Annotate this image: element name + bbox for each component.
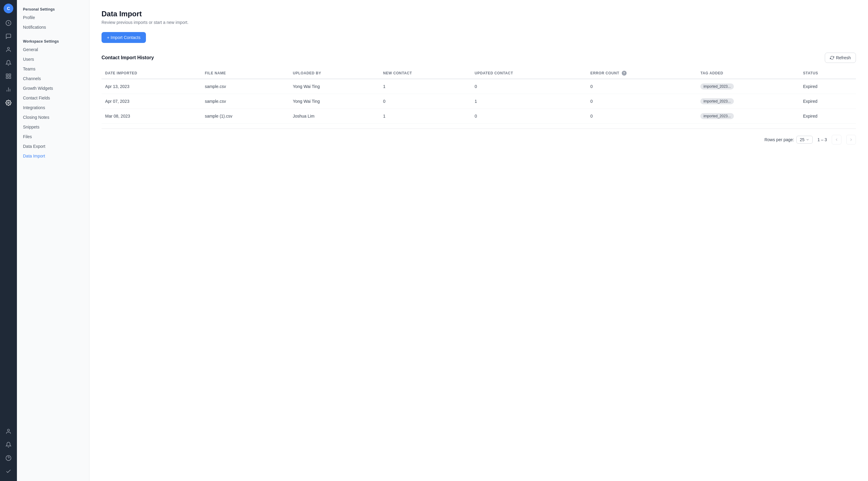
page-range: 1 – 3 (817, 137, 827, 142)
rail-bottom (2, 425, 14, 477)
cell-status: Expired (799, 109, 856, 124)
col-uploaded-by: UPLOADED BY (289, 68, 379, 79)
cell-error-count: 0 (587, 94, 697, 109)
nav-help-icon[interactable] (2, 452, 14, 464)
sidebar-item-profile[interactable]: Profile (17, 13, 89, 22)
cell-date: Apr 13, 2023 (101, 79, 201, 94)
cell-error-count: 0 (587, 79, 697, 94)
import-button-label: + Import Contacts (107, 35, 141, 40)
cell-updated-contact: 0 (471, 79, 587, 94)
sidebar-item-teams[interactable]: Teams (17, 64, 89, 74)
sidebar-item-channels[interactable]: Channels (17, 74, 89, 84)
chevron-left-icon (834, 138, 839, 142)
cell-filename: sample.csv (201, 79, 289, 94)
svg-rect-4 (9, 77, 11, 79)
page-subtitle: Review previous imports or start a new i… (101, 20, 856, 25)
section-header: Contact Import History Refresh (101, 53, 856, 63)
sidebar-item-channels-label: Channels (23, 76, 41, 81)
nav-check-icon[interactable] (2, 465, 14, 477)
sidebar-item-contact-fields[interactable]: Contact Fields (17, 93, 89, 103)
cell-new-contact: 0 (379, 94, 471, 109)
nav-home-icon[interactable] (2, 17, 14, 29)
chevron-down-icon (806, 138, 809, 142)
table-header-row: DATE IMPORTED FILE NAME UPLOADED BY NEW … (101, 68, 856, 79)
sidebar-item-general-label: General (23, 47, 38, 52)
nav-user-icon[interactable] (2, 425, 14, 438)
cell-uploaded-by: Yong Wai Ting (289, 94, 379, 109)
section-title: Contact Import History (101, 55, 154, 60)
workspace-settings-label: Workspace Settings (17, 37, 89, 45)
chevron-right-icon (849, 138, 853, 142)
sidebar-item-data-import-label: Data Import (23, 154, 45, 158)
sidebar: Personal Settings Profile Notifications … (17, 0, 89, 481)
col-filename: FILE NAME (201, 68, 289, 79)
sidebar-item-integrations[interactable]: Integrations (17, 103, 89, 113)
sidebar-item-data-export[interactable]: Data Export (17, 142, 89, 151)
prev-page-button[interactable] (832, 135, 841, 145)
sidebar-item-integrations-label: Integrations (23, 105, 45, 110)
sidebar-item-general[interactable]: General (17, 45, 89, 54)
nav-settings-icon[interactable] (2, 97, 14, 109)
personal-settings-label: Personal Settings (17, 5, 89, 13)
sidebar-item-teams-label: Teams (23, 66, 35, 71)
app-avatar[interactable]: C (4, 4, 13, 13)
cell-status: Expired (799, 79, 856, 94)
col-tag-added: TAG ADDED (697, 68, 799, 79)
nav-bell-icon[interactable] (2, 439, 14, 451)
table-body: Apr 13, 2023 sample.csv Yong Wai Ting 1 … (101, 79, 856, 124)
nav-chat-icon[interactable] (2, 30, 14, 42)
sidebar-item-notifications[interactable]: Notifications (17, 22, 89, 32)
rows-per-page-value: 25 (800, 137, 805, 142)
tag-badge: imported_2023... (700, 98, 734, 104)
sidebar-item-users-label: Users (23, 57, 34, 62)
sidebar-item-snippets[interactable]: Snippets (17, 122, 89, 132)
tag-badge: imported_2023... (700, 84, 734, 89)
cell-tag-added: imported_2023... (697, 94, 799, 109)
nav-notifications-icon[interactable] (2, 57, 14, 69)
nav-reports-icon[interactable] (2, 84, 14, 95)
cell-uploaded-by: Yong Wai Ting (289, 79, 379, 94)
cell-filename: sample.csv (201, 94, 289, 109)
nav-integrations-icon[interactable] (2, 70, 14, 82)
sidebar-item-data-import[interactable]: Data Import (17, 151, 89, 161)
sidebar-item-profile-label: Profile (23, 15, 35, 20)
rows-per-page: Rows per page: 25 (764, 136, 813, 144)
sidebar-item-users[interactable]: Users (17, 54, 89, 64)
cell-updated-contact: 0 (471, 109, 587, 124)
import-contacts-button[interactable]: + Import Contacts (101, 32, 146, 43)
cell-updated-contact: 1 (471, 94, 587, 109)
sidebar-item-snippets-label: Snippets (23, 125, 39, 129)
status-badge: Expired (803, 114, 817, 119)
nav-contacts-icon[interactable] (2, 43, 14, 56)
table-row: Apr 07, 2023 sample.csv Yong Wai Ting 0 … (101, 94, 856, 109)
sidebar-item-growth-widgets-label: Growth Widgets (23, 86, 53, 91)
import-history-table: DATE IMPORTED FILE NAME UPLOADED BY NEW … (101, 68, 856, 124)
sidebar-item-closing-notes[interactable]: Closing Notes (17, 113, 89, 122)
svg-rect-3 (9, 74, 11, 76)
cell-tag-added: imported_2023... (697, 109, 799, 124)
cell-date: Mar 08, 2023 (101, 109, 201, 124)
pagination: Rows per page: 25 1 – 3 (101, 128, 856, 151)
svg-rect-5 (6, 77, 8, 79)
col-date: DATE IMPORTED (101, 68, 201, 79)
sidebar-item-files[interactable]: Files (17, 132, 89, 142)
cell-error-count: 0 (587, 109, 697, 124)
cell-new-contact: 1 (379, 79, 471, 94)
status-badge: Expired (803, 99, 817, 104)
error-count-help-icon[interactable]: ? (622, 71, 627, 76)
table-row: Mar 08, 2023 sample (1).csv Joshua Lim 1… (101, 109, 856, 124)
refresh-button[interactable]: Refresh (825, 53, 856, 63)
page-title: Data Import (101, 10, 856, 18)
rows-per-page-select[interactable]: 25 (797, 136, 813, 144)
svg-point-9 (8, 102, 9, 104)
sidebar-item-growth-widgets[interactable]: Growth Widgets (17, 84, 89, 93)
next-page-button[interactable] (846, 135, 856, 145)
sidebar-item-files-label: Files (23, 134, 32, 139)
cell-new-contact: 1 (379, 109, 471, 124)
col-new-contact: NEW CONTACT (379, 68, 471, 79)
rows-per-page-label: Rows per page: (764, 137, 794, 142)
main-content: Data Import Review previous imports or s… (89, 0, 868, 481)
col-status: STATUS (799, 68, 856, 79)
cell-status: Expired (799, 94, 856, 109)
refresh-label: Refresh (836, 55, 851, 60)
